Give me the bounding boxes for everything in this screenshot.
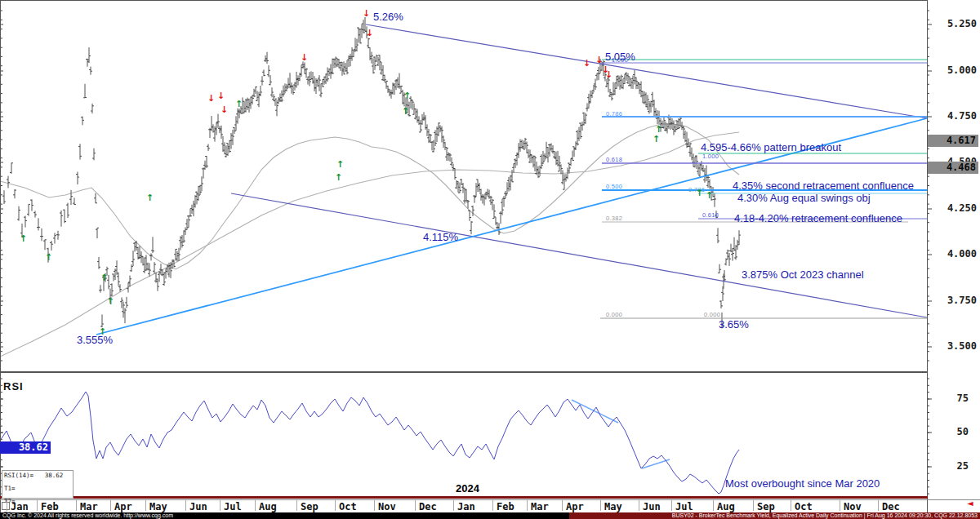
annotation-text[interactable]: 4.30% Aug equal swings obj [737,192,871,204]
frame-left [0,0,1,512]
buy-signal-arrow-icon: ↑ [336,160,344,169]
month-axis-label: Oct [339,501,357,512]
annotation-text[interactable]: 3.555% [77,334,113,346]
fib-level-label: 0.500 [606,183,622,190]
chart-labels-layer: RSI RSI(14)= 38.62 T1= T7= T8= 2024 ◄ 5.… [0,0,980,519]
copyright-text: CQG Inc. © 2024 All rights reserved worl… [0,512,569,519]
month-axis-label: Dec [882,501,900,512]
buy-signal-arrow-icon: ↑ [100,273,108,282]
instrument-status-text[interactable]: BUSY02 - BrokerTec Benchmark Yield, Equa… [569,512,980,519]
sell-signal-arrow-icon: ↓ [220,105,228,114]
month-tick [562,500,563,511]
month-axis-label: Mar [531,501,549,512]
month-axis-label: Feb [497,501,514,512]
scroll-to-end-icon[interactable]: ◄ [967,499,973,508]
buy-signal-arrow-icon: ↑ [403,91,411,100]
price-axis-label: 4.250 [931,202,977,214]
month-tick [145,500,146,511]
price-axis-border [927,0,928,512]
month-axis-label: Jun [189,501,207,512]
month-tick [374,500,375,511]
month-axis-checkbox[interactable] [2,502,10,510]
fib-level-label: 0.618 [606,156,622,163]
rsi-axis-label: 50 [936,426,969,437]
annotation-text[interactable]: 3.875% Oct 2023 channel [742,268,864,281]
annotation-text[interactable]: 4.115% [423,231,458,243]
month-tick [453,500,454,511]
month-axis-label: Mar [80,501,98,512]
frame-top [0,0,928,1]
sell-signal-arrow-icon: ↓ [366,29,373,38]
month-tick [37,500,38,511]
price-axis-label: 4.750 [931,110,977,122]
month-axis-label: Apr [566,501,584,512]
month-axis-label: Jul [675,501,693,512]
annotation-text[interactable]: 4.18-4.20% retracement confluence [734,212,902,224]
month-tick [296,500,297,511]
buy-signal-arrow-icon: ↑ [45,253,52,262]
price-rsi-divider[interactable] [0,371,928,373]
month-axis-label: Feb [41,501,59,512]
sell-signal-arrow-icon: ↓ [605,70,612,79]
sell-signal-arrow-icon: ↓ [217,91,225,100]
month-axis-label: May [149,501,167,512]
month-axis-label: Jan [11,501,29,512]
buy-signal-arrow-icon: ↑ [402,107,409,116]
buy-signal-arrow-icon: ↑ [20,234,27,243]
sell-signal-arrow-icon: ↓ [595,55,603,64]
month-tick [255,500,256,511]
sell-signal-arrow-icon: ↓ [301,53,308,62]
rsi-param-line1: RSI(14)= 38.62 [4,472,63,479]
buy-signal-arrow-icon: ↑ [655,125,662,134]
month-tick [415,500,416,511]
month-tick [878,500,879,511]
month-axis-label: Apr [114,501,132,512]
month-tick [527,500,528,511]
buy-signal-arrow-icon: ↑ [653,135,660,144]
rsi-axis-label: 75 [936,393,969,404]
buy-signal-arrow-icon: ↑ [235,100,243,109]
month-tick [110,500,111,511]
month-axis-label: Jul [224,501,242,512]
month-axis-label: May [604,501,622,512]
annotation-text[interactable]: 4.35% second retracement confluence [733,180,914,192]
status-bar: CQG Inc. © 2024 All rights reserved worl… [0,512,980,519]
month-axis-label: Oct [795,501,813,512]
rsi-parameter-box[interactable]: RSI(14)= 38.62 T1= T7= T8= [2,470,74,499]
month-axis-label: Sep [301,501,318,512]
month-axis-label: Aug [259,501,277,512]
month-tick [840,500,840,511]
annotation-text[interactable]: 4.595-4.66% pattern breakout [701,141,841,153]
rsi-param-line2: T1= [4,485,16,492]
rsi-bottom-divider [0,496,928,499]
month-tick [639,500,639,511]
month-axis-label: Nov [378,501,396,512]
year-label: 2024 [456,482,479,495]
month-axis-label: Sep [757,501,775,512]
fib-level-label: 0.000 [704,311,720,318]
month-tick [76,500,77,511]
month-axis-label: Aug [717,501,735,512]
annotation-text[interactable]: 3.65% [719,318,749,330]
buy-signal-arrow-icon: ↑ [146,193,154,202]
month-axis-label: Jan [457,501,475,512]
annotation-text[interactable]: Most overbought since Mar 2020 [725,477,880,490]
fib-level-label: 0.000 [606,311,622,318]
fib-level-label: 0.618 [702,211,719,219]
buy-signal-arrow-icon: ↑ [335,173,342,182]
fib-level-label: 0.382 [606,215,622,222]
annotation-text[interactable]: 5.26% [373,11,403,23]
month-tick [753,500,754,511]
buy-signal-arrow-icon: ↑ [706,191,713,200]
price-axis-badge: 4.468 [928,162,978,174]
sell-signal-arrow-icon: ↓ [363,9,370,18]
buy-signal-arrow-icon: ↑ [696,189,703,197]
month-tick [600,500,601,511]
annotation-text[interactable]: 5.05% [605,51,635,63]
month-tick [185,500,186,511]
month-row-border [0,499,980,500]
rsi-value-badge: 38.62 [0,441,51,454]
price-axis-label: 5.250 [931,18,977,29]
month-tick [671,500,672,511]
month-tick [791,500,791,511]
